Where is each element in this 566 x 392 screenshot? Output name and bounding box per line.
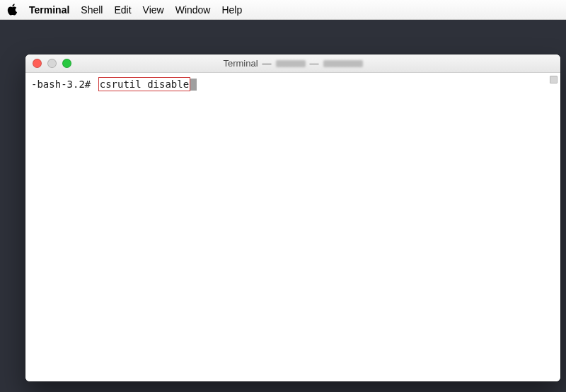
traffic-lights: [25, 59, 71, 68]
terminal-line: -bash-3.2# csrutil disable: [31, 77, 555, 91]
terminal-command: csrutil disable: [100, 79, 189, 90]
apple-icon[interactable]: [7, 4, 18, 16]
title-obscured-b: [323, 60, 363, 67]
maximize-icon[interactable]: [62, 59, 71, 68]
title-dash: —: [310, 58, 319, 69]
menu-edit[interactable]: Edit: [114, 4, 131, 16]
terminal-cursor: [190, 79, 197, 91]
terminal-command-highlight: csrutil disable: [98, 77, 190, 91]
terminal-window: Terminal — — -bash-3.2# csrutil disable: [25, 54, 560, 381]
minimize-icon[interactable]: [47, 59, 57, 68]
close-icon[interactable]: [33, 59, 42, 68]
menu-app-name[interactable]: Terminal: [29, 4, 69, 16]
menubar: Terminal Shell Edit View Window Help: [0, 0, 566, 20]
scrollbar-indicator[interactable]: [550, 76, 558, 83]
desktop: Terminal — — -bash-3.2# csrutil disable: [0, 20, 566, 392]
terminal-body[interactable]: -bash-3.2# csrutil disable: [25, 73, 560, 381]
title-obscured-a: [276, 60, 306, 67]
menu-view[interactable]: View: [143, 4, 164, 16]
menu-shell[interactable]: Shell: [81, 4, 103, 16]
title-separator: —: [262, 58, 272, 69]
window-title: Terminal — —: [25, 58, 560, 69]
menu-window[interactable]: Window: [175, 4, 211, 16]
title-prefix: Terminal: [223, 58, 258, 69]
titlebar[interactable]: Terminal — —: [25, 54, 560, 73]
terminal-prompt: -bash-3.2#: [31, 78, 97, 91]
menu-help[interactable]: Help: [221, 4, 242, 16]
